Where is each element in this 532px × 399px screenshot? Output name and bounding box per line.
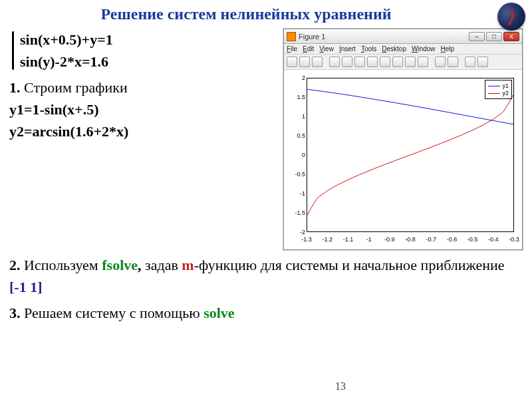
ytick: 2 — [284, 74, 305, 81]
figure-titlebar[interactable]: Figure 1 – □ X — [284, 29, 522, 44]
xtick: -0.6 — [447, 236, 458, 243]
toolbar-ploteditor-icon[interactable] — [465, 57, 475, 67]
page-number: 13 — [335, 380, 346, 392]
legend-row-y1: y1 — [488, 82, 509, 89]
step-2-text-c: -функцию для системы и начальное приближ… — [194, 257, 505, 273]
curve-y2 — [307, 95, 513, 215]
xtick: -1.3 — [301, 236, 312, 243]
window-minimize-button[interactable]: – — [469, 32, 485, 41]
matlab-icon — [287, 32, 296, 41]
step-3: 3. Решаем систему с помощью solve — [9, 302, 523, 324]
toolbar-zoomout-icon[interactable] — [354, 57, 365, 67]
plot-curves — [307, 78, 513, 231]
toolbar-pan-icon[interactable] — [367, 57, 378, 67]
xtick: -0.8 — [405, 236, 416, 243]
ytick: -1.5 — [284, 209, 305, 216]
ytick: 1.5 — [284, 94, 305, 100]
toolbar-showtools-icon[interactable] — [477, 57, 488, 67]
ytick: 1 — [284, 113, 305, 120]
menu-desktop[interactable]: Desktop — [382, 45, 406, 53]
window-close-button[interactable]: X — [503, 32, 519, 41]
toolbar-datacursor-icon[interactable] — [392, 57, 403, 67]
toolbar-zoomin-icon[interactable] — [342, 57, 352, 67]
ytick: 0.5 — [284, 132, 305, 139]
window-maximize-button[interactable]: □ — [486, 32, 502, 41]
toolbar-pointer-icon[interactable] — [329, 57, 340, 67]
ytick: -2 — [284, 229, 305, 235]
legend-line-y2 — [488, 93, 500, 94]
menu-insert[interactable]: Insert — [339, 45, 356, 53]
plot-area: y1 y2 -2-1.5-1-0.500.511.52 -1.3-1.2-1.1… — [284, 70, 522, 249]
ytick: -1 — [284, 190, 305, 197]
xtick: -0.4 — [488, 236, 499, 243]
legend-label-y1: y1 — [502, 82, 509, 89]
ytick: 0 — [284, 152, 305, 158]
legend-label-y2: y2 — [502, 90, 509, 96]
step-3-text-a: Решаем систему с помощью — [21, 305, 204, 321]
menu-view[interactable]: View — [319, 45, 334, 53]
xtick: -1 — [366, 236, 372, 243]
step-1-num: 1. — [9, 79, 21, 96]
step-2: 2. Используем fsolve, задав m-функцию дл… — [9, 254, 523, 298]
toolbar-link-icon[interactable] — [418, 57, 428, 67]
xtick: -0.7 — [426, 236, 436, 243]
toolbar-colorbar-icon[interactable] — [435, 57, 446, 67]
toolbar-print-icon[interactable] — [312, 57, 323, 67]
step-2-num: 2. — [9, 257, 21, 273]
xtick: -1.1 — [343, 236, 354, 243]
menu-window[interactable]: Window — [412, 45, 436, 53]
curve-y1 — [307, 89, 513, 124]
legend-line-y1 — [488, 86, 500, 86]
equation-1: sin(x+0.5)+y=1 — [20, 29, 277, 51]
y2-formula: y2=arcsin(1.6+2*x) — [9, 120, 277, 142]
m-keyword: m — [182, 257, 194, 273]
xtick: -0.9 — [384, 236, 395, 243]
toolbar-brush-icon[interactable] — [405, 57, 416, 67]
equation-system: sin(x+0.5)+y=1 sin(y)-2*x=1.6 — [9, 29, 277, 72]
xtick: -1.2 — [322, 236, 332, 243]
step-1: 1. Строим графики — [9, 76, 277, 98]
legend[interactable]: y1 y2 — [485, 80, 512, 99]
equation-2: sin(y)-2*x=1.6 — [20, 51, 277, 72]
axes: y1 y2 — [307, 78, 514, 232]
step-1-text: Строим графики — [21, 79, 128, 96]
step-2-text-a: Используем — [21, 257, 102, 273]
logo-swoosh: ⟩ — [506, 7, 516, 27]
xtick: -0.3 — [509, 236, 519, 243]
menu-help[interactable]: Help — [441, 45, 455, 53]
xtick: -0.5 — [467, 236, 478, 243]
initial-approx: [-1 1] — [9, 279, 42, 295]
figure-toolbar — [284, 55, 522, 70]
step-3-num: 3. — [9, 305, 21, 321]
fsolve-keyword: fsolve — [102, 257, 138, 273]
solve-keyword: solve — [203, 305, 234, 321]
legend-row-y2: y2 — [488, 90, 509, 96]
step-2-text-b: задав — [142, 257, 182, 273]
menu-tools[interactable]: Tools — [361, 45, 376, 53]
figure-title: Figure 1 — [299, 33, 469, 41]
ytick: -0.5 — [284, 171, 305, 178]
toolbar-new-icon[interactable] — [287, 57, 297, 67]
toolbar-legend-icon[interactable] — [448, 57, 458, 67]
menu-file[interactable]: File — [287, 45, 297, 53]
toolbar-save-icon[interactable] — [299, 57, 310, 67]
y1-formula: y1=1-sin(x+.5) — [9, 98, 277, 120]
toolbar-rotate-icon[interactable] — [380, 57, 390, 67]
figure-window: Figure 1 – □ X File Edit View Insert Too… — [283, 29, 523, 250]
slide-title: Решение систем нелинейных уравнений — [9, 5, 523, 23]
logo-badge: ⟩ — [497, 3, 525, 31]
menu-edit[interactable]: Edit — [303, 45, 314, 53]
figure-menubar[interactable]: File Edit View Insert Tools Desktop Wind… — [284, 44, 522, 55]
